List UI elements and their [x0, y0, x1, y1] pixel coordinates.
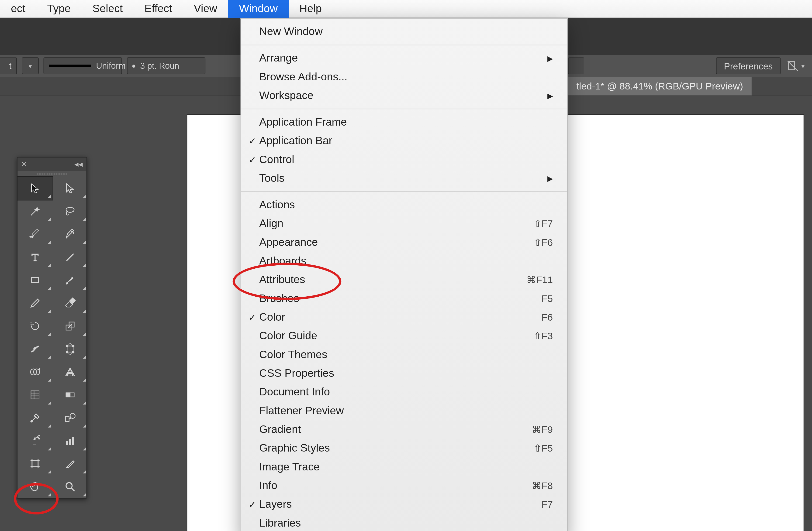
menu-shortcut: F7: [541, 499, 553, 510]
rectangle-tool[interactable]: [17, 269, 53, 292]
document-setup-icon[interactable]: ▼: [787, 60, 806, 72]
menu-item-new-window[interactable]: New Window: [241, 23, 567, 41]
document-tab[interactable]: tled-1* @ 88.41% (RGB/GPU Preview): [568, 77, 752, 95]
menu-item-align[interactable]: Align⇧F7: [241, 215, 567, 233]
menu-shortcut: F6: [541, 312, 553, 323]
gradient-tool[interactable]: [53, 384, 87, 406]
menu-item-color-themes[interactable]: Color Themes: [241, 345, 567, 364]
stroke-preview-icon: [49, 64, 91, 67]
svg-rect-5: [31, 278, 39, 283]
curvature-tool[interactable]: [53, 223, 87, 246]
menu-object-truncated[interactable]: ect: [0, 0, 37, 18]
column-graph-tool[interactable]: [53, 429, 87, 452]
eyedropper-tool[interactable]: [17, 406, 53, 429]
menu-shortcut: ⇧F3: [534, 330, 553, 342]
menu-shortcut: ⇧F7: [534, 218, 553, 230]
perspective-grid-tool[interactable]: [53, 360, 87, 383]
collapse-icon[interactable]: ◀◀: [74, 161, 83, 167]
menu-select[interactable]: Select: [82, 0, 134, 18]
menu-item-application-frame[interactable]: Application Frame: [241, 113, 567, 132]
menu-item-info[interactable]: Info⌘F8: [241, 476, 567, 495]
menu-item-label: Color: [258, 311, 541, 324]
menu-item-color[interactable]: ✓ColorF6: [241, 308, 567, 327]
artboard-tool[interactable]: [17, 452, 53, 475]
menu-shortcut: ⇧F6: [534, 237, 553, 248]
menu-view[interactable]: View: [183, 0, 228, 18]
menu-item-libraries[interactable]: Libraries: [241, 514, 567, 531]
menu-window[interactable]: Window: [228, 0, 288, 18]
menu-item-label: Info: [258, 480, 532, 492]
blend-tool[interactable]: [53, 406, 87, 429]
flyout-indicator-icon: [48, 425, 51, 428]
menu-item-brushes[interactable]: BrushesF5: [241, 289, 567, 308]
line-segment-tool[interactable]: [53, 246, 87, 269]
flyout-indicator-icon: [48, 356, 51, 358]
menu-effect[interactable]: Effect: [134, 0, 183, 18]
direct-selection-tool[interactable]: [53, 177, 87, 200]
scale-tool[interactable]: [53, 314, 87, 337]
menu-item-artboards[interactable]: Artboards: [241, 252, 567, 270]
lasso-tool[interactable]: [53, 200, 87, 223]
eraser-tool[interactable]: [53, 292, 87, 314]
menu-item-actions[interactable]: Actions: [241, 196, 567, 215]
preferences-button[interactable]: Preferences: [716, 57, 781, 74]
menu-item-css-properties[interactable]: CSS Properties: [241, 364, 567, 383]
menu-item-color-guide[interactable]: Color Guide⇧F3: [241, 327, 567, 345]
width-tool[interactable]: [17, 338, 53, 360]
magic-wand-tool[interactable]: [17, 200, 53, 223]
control-left-truncated[interactable]: t: [0, 57, 17, 74]
brush-preset-select[interactable]: 3 pt. Roun: [127, 57, 205, 74]
zoom-tool[interactable]: [53, 475, 87, 498]
flyout-indicator-icon: [83, 241, 86, 244]
menu-shortcut: ⇧F5: [534, 443, 553, 454]
rotate-tool[interactable]: [17, 314, 53, 337]
menu-separator: [241, 108, 567, 109]
slice-tool[interactable]: [53, 452, 87, 475]
menu-item-arrange[interactable]: Arrange▶: [241, 49, 567, 68]
flyout-indicator-icon: [48, 218, 51, 221]
tools-panel-grip[interactable]: [17, 171, 86, 177]
menu-help[interactable]: Help: [288, 0, 332, 18]
menu-item-flattener-preview[interactable]: Flattener Preview: [241, 401, 567, 420]
check-icon: ✓: [247, 136, 258, 147]
selection-tool[interactable]: [17, 177, 53, 200]
svg-line-33: [72, 488, 75, 491]
paintbrush-tool[interactable]: [53, 269, 87, 292]
stroke-profile-select[interactable]: Uniform ▼: [44, 57, 122, 74]
control-left-chevron[interactable]: ▼: [22, 57, 39, 74]
svg-point-2: [66, 207, 74, 212]
shape-builder-tool[interactable]: [17, 360, 53, 383]
flyout-indicator-icon: [48, 470, 51, 473]
menu-item-document-info[interactable]: Document Info: [241, 383, 567, 401]
type-tool[interactable]: [17, 246, 53, 269]
menu-item-label: Appearance: [258, 236, 534, 249]
menu-item-control[interactable]: ✓Control: [241, 150, 567, 169]
pen-tool[interactable]: [17, 223, 53, 246]
menu-item-gradient[interactable]: Gradient⌘F9: [241, 420, 567, 439]
menu-item-label: CSS Properties: [258, 367, 553, 380]
control-fragment[interactable]: [568, 57, 583, 74]
control-hidden-pill-fragment: [568, 57, 583, 74]
hand-tool[interactable]: [17, 475, 53, 498]
menu-item-browse-add-ons[interactable]: Browse Add-ons...: [241, 68, 567, 86]
free-transform-tool[interactable]: [53, 338, 87, 360]
mesh-tool[interactable]: [17, 384, 53, 406]
menu-item-tools[interactable]: Tools▶: [241, 169, 567, 188]
flyout-indicator-icon: [48, 310, 51, 313]
document-tab-title: tled-1* @ 88.41% (RGB/GPU Preview): [576, 80, 743, 91]
menu-item-graphic-styles[interactable]: Graphic Styles⇧F5: [241, 439, 567, 458]
menu-item-attributes[interactable]: Attributes⌘F11: [241, 270, 567, 289]
menu-type[interactable]: Type: [37, 0, 82, 18]
menu-item-application-bar[interactable]: ✓Application Bar: [241, 132, 567, 150]
pencil-tool[interactable]: [17, 292, 53, 314]
flyout-indicator-icon: [83, 470, 86, 473]
symbol-sprayer-tool[interactable]: [17, 429, 53, 452]
menu-item-appearance[interactable]: Appearance⇧F6: [241, 233, 567, 252]
menu-item-layers[interactable]: ✓LayersF7: [241, 495, 567, 514]
close-icon[interactable]: ✕: [21, 160, 27, 168]
menu-item-label: Workspace: [258, 89, 547, 102]
menu-item-image-trace[interactable]: Image Trace: [241, 458, 567, 476]
truncated-char: t: [9, 61, 11, 71]
menu-item-label: Arrange: [258, 52, 547, 64]
menu-item-workspace[interactable]: Workspace▶: [241, 86, 567, 105]
